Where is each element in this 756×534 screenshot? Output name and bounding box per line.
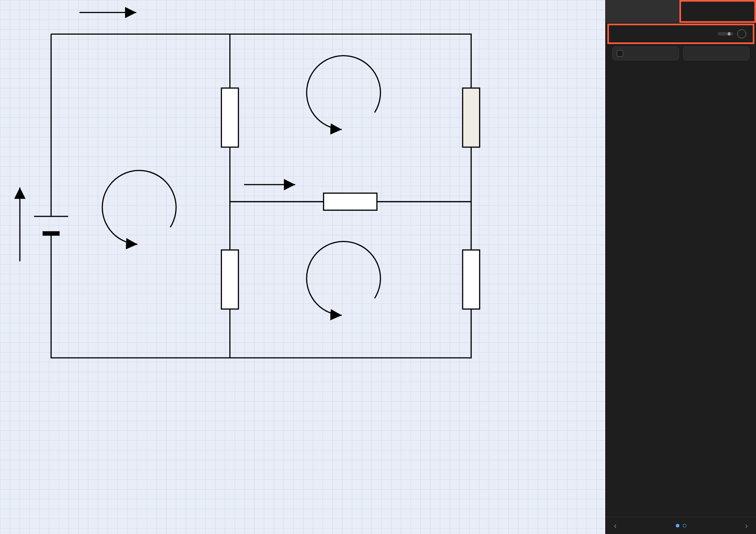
svg-rect-5 [463,250,480,309]
svg-rect-4 [463,88,480,147]
diagram-canvas[interactable] [0,0,605,534]
sketch-toggle[interactable] [612,46,679,60]
adaptive-colors-select[interactable] [718,32,733,35]
svg-rect-2 [222,88,239,147]
side-panel: ‹ › [605,0,756,534]
style-toggles [606,44,756,65]
select-chevrons-icon [727,32,731,36]
pager-dot-2[interactable] [683,524,686,527]
pager-prev[interactable]: ‹ [611,519,619,532]
pager-dot-1[interactable] [676,524,679,527]
svg-rect-6 [323,193,377,210]
panel-tabs [606,0,756,23]
svg-rect-3 [222,250,239,309]
checkbox-icon [617,50,623,57]
pager-dots [676,524,686,527]
help-icon[interactable] [737,29,746,38]
rounded-toggle[interactable] [683,46,750,60]
pager-next[interactable]: › [743,519,750,532]
tab-diagram[interactable] [606,0,679,23]
style-swatch-grid [606,65,756,517]
tab-style[interactable] [679,0,756,23]
circuit-svg [0,0,605,534]
adaptive-colors-row [607,24,754,44]
swatch-pager: ‹ › [606,517,756,534]
